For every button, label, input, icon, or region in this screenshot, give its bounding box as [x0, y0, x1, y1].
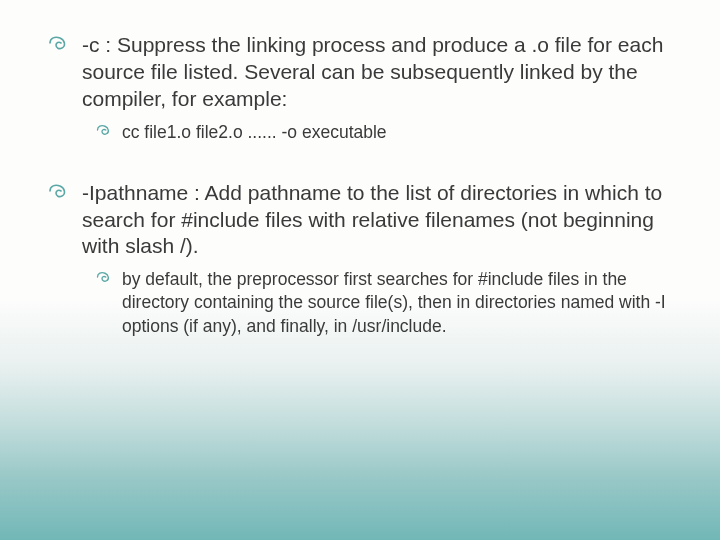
swirl-icon [96, 268, 122, 286]
spacer [48, 152, 672, 180]
swirl-icon [96, 121, 122, 139]
slide-body: -c : Suppress the linking process and pr… [0, 0, 720, 540]
swirl-icon [48, 32, 82, 54]
bullet-item-default-search: by default, the preprocessor first searc… [96, 268, 672, 337]
bullet-item-cc-example: cc file1.o file2.o ...... -o executable [96, 121, 672, 144]
swirl-icon [48, 180, 82, 202]
bullet-item-ipath-flag: -Ipathname : Add pathname to the list of… [48, 180, 672, 261]
bullet-text: -c : Suppress the linking process and pr… [82, 32, 672, 113]
bullet-text: by default, the preprocessor first searc… [122, 268, 672, 337]
bullet-item-c-flag: -c : Suppress the linking process and pr… [48, 32, 672, 113]
bullet-text: -Ipathname : Add pathname to the list of… [82, 180, 672, 261]
bullet-text: cc file1.o file2.o ...... -o executable [122, 121, 672, 144]
